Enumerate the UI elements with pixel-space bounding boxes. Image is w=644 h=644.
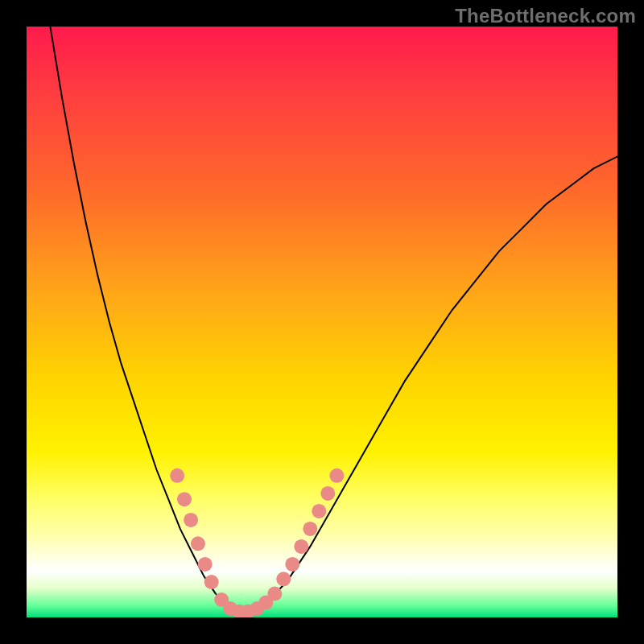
data-dot [191,536,205,551]
data-dot [312,504,326,518]
curve-left-branch [50,27,216,594]
data-dot [177,492,192,506]
data-dot [276,572,291,586]
data-dot [294,539,308,554]
chart-frame: TheBottleneck.com [0,0,644,644]
curve-right-branch [263,157,617,606]
data-dot [198,557,213,572]
plot-area [27,27,617,617]
data-dots [170,469,344,617]
data-dot [204,575,219,589]
data-dot [267,587,282,601]
data-dot [303,522,317,536]
chart-svg [27,27,617,617]
data-dot [184,513,198,527]
data-dot [329,469,344,483]
data-dot [170,469,184,483]
data-dot [285,557,299,572]
data-dot [320,486,335,501]
watermark-text: TheBottleneck.com [455,5,636,27]
